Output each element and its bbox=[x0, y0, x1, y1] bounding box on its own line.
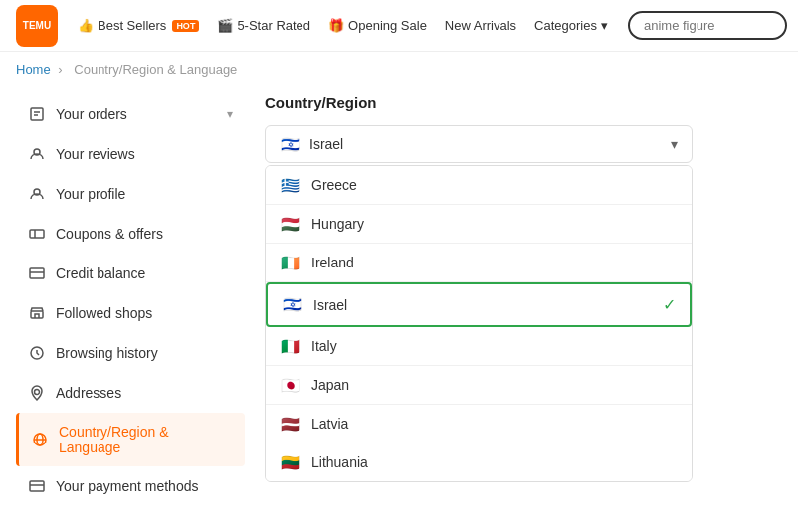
svg-rect-0 bbox=[31, 108, 43, 120]
sidebar-label: Country/Region & Language bbox=[59, 424, 233, 455]
categories-chevron-icon: ▾ bbox=[601, 18, 608, 33]
country-flag: 🇮🇱 bbox=[282, 297, 303, 313]
coupons-icon bbox=[28, 225, 46, 243]
country-name-label: Greece bbox=[311, 177, 357, 193]
star-icon: 🎬 bbox=[217, 18, 233, 33]
sidebar-item-your-orders[interactable]: Your orders ▾ bbox=[16, 94, 245, 134]
chevron-down-icon: ▾ bbox=[227, 107, 233, 121]
dropdown-option[interactable]: 🇬🇷Greece bbox=[266, 166, 692, 205]
sale-icon: 🎁 bbox=[328, 18, 344, 33]
payment-icon bbox=[28, 477, 46, 495]
sidebar-item-credit[interactable]: Credit balance bbox=[16, 254, 245, 293]
main-layout: Your orders ▾ Your reviews Your profile … bbox=[0, 87, 798, 506]
section-title: Country/Region bbox=[265, 94, 782, 111]
nav-links: 👍 Best Sellers HOT 🎬 5-Star Rated 🎁 Open… bbox=[78, 18, 608, 33]
country-name-label: Israel bbox=[313, 297, 347, 313]
country-flag: 🇮🇪 bbox=[280, 255, 301, 270]
hot-badge: HOT bbox=[172, 20, 199, 32]
sidebar-label: Your orders bbox=[56, 106, 127, 122]
sidebar-item-country-region[interactable]: Country/Region & Language bbox=[16, 413, 245, 466]
sidebar-item-your-reviews[interactable]: Your reviews bbox=[16, 134, 245, 174]
country-dropdown-container: 🇮🇱 Israel ▾ 🇬🇷Greece🇭🇺Hungary🇮🇪Ireland🇮🇱… bbox=[265, 125, 693, 482]
country-flag: 🇬🇷 bbox=[280, 177, 301, 193]
logo[interactable]: TEMU bbox=[16, 5, 58, 47]
country-name-label: Latvia bbox=[311, 416, 348, 432]
breadcrumb-separator: › bbox=[58, 62, 62, 77]
globe-icon bbox=[31, 431, 49, 448]
nav-best-sellers[interactable]: 👍 Best Sellers HOT bbox=[78, 18, 199, 33]
sidebar-label: Browsing history bbox=[56, 345, 158, 361]
sidebar-label: Your payment methods bbox=[56, 478, 198, 494]
dropdown-option[interactable]: 🇮🇱Israel✓ bbox=[266, 282, 692, 327]
country-flag: 🇯🇵 bbox=[280, 377, 301, 393]
sidebar-label: Coupons & offers bbox=[56, 226, 163, 242]
dropdown-option[interactable]: 🇯🇵Japan bbox=[266, 366, 692, 405]
svg-rect-5 bbox=[30, 230, 44, 238]
country-flag: 🇱🇹 bbox=[280, 454, 301, 470]
country-name-label: Japan bbox=[311, 377, 349, 393]
content-area: Country/Region 🇮🇱 Israel ▾ 🇬🇷Greece🇭🇺Hun… bbox=[265, 87, 782, 506]
country-name-label: Lithuania bbox=[311, 454, 368, 470]
sidebar: Your orders ▾ Your reviews Your profile … bbox=[16, 87, 245, 506]
history-icon bbox=[28, 344, 46, 362]
credit-icon bbox=[28, 265, 46, 282]
selected-country-name: Israel bbox=[309, 136, 343, 152]
breadcrumb-current: Country/Region & Language bbox=[74, 62, 237, 77]
country-flag: 🇱🇻 bbox=[280, 416, 301, 432]
orders-icon bbox=[28, 105, 46, 123]
country-flag: 🇮🇹 bbox=[280, 338, 301, 354]
selected-flag: 🇮🇱 bbox=[280, 136, 301, 152]
sidebar-item-addresses[interactable]: Addresses bbox=[16, 373, 245, 413]
nav-categories[interactable]: Categories ▾ bbox=[534, 18, 608, 33]
nav-new-arrivals[interactable]: New Arrivals bbox=[445, 18, 516, 33]
sidebar-label: Addresses bbox=[56, 385, 121, 401]
profile-icon bbox=[28, 185, 46, 203]
dropdown-list: 🇬🇷Greece🇭🇺Hungary🇮🇪Ireland🇮🇱Israel✓🇮🇹Ita… bbox=[265, 165, 693, 482]
dropdown-option[interactable]: 🇮🇪Ireland bbox=[266, 244, 692, 282]
dropdown-selected[interactable]: 🇮🇱 Israel ▾ bbox=[265, 125, 693, 163]
sidebar-item-your-profile[interactable]: Your profile bbox=[16, 174, 245, 214]
shops-icon bbox=[28, 304, 46, 322]
dropdown-option[interactable]: 🇭🇺Hungary bbox=[266, 205, 692, 244]
sidebar-label: Your reviews bbox=[56, 146, 135, 162]
nav-opening-sale[interactable]: 🎁 Opening Sale bbox=[328, 18, 427, 33]
header: TEMU 👍 Best Sellers HOT 🎬 5-Star Rated 🎁… bbox=[0, 0, 798, 52]
thumb-icon: 👍 bbox=[78, 18, 94, 33]
reviews-icon bbox=[28, 145, 46, 163]
search-input[interactable] bbox=[628, 11, 787, 40]
dropdown-option[interactable]: 🇱🇹Lithuania bbox=[266, 443, 692, 481]
dropdown-option[interactable]: 🇮🇹Italy bbox=[266, 327, 692, 366]
nav-5star[interactable]: 🎬 5-Star Rated bbox=[217, 18, 310, 33]
sidebar-item-payment[interactable]: Your payment methods bbox=[16, 466, 245, 506]
address-icon bbox=[28, 384, 46, 402]
check-icon: ✓ bbox=[663, 295, 676, 314]
sidebar-item-coupons[interactable]: Coupons & offers bbox=[16, 214, 245, 254]
svg-point-11 bbox=[35, 390, 40, 395]
country-flag: 🇭🇺 bbox=[280, 216, 301, 232]
breadcrumb: Home › Country/Region & Language bbox=[0, 52, 798, 87]
svg-rect-15 bbox=[30, 481, 44, 491]
svg-rect-7 bbox=[30, 268, 44, 278]
dropdown-chevron-icon: ▾ bbox=[671, 136, 678, 152]
sidebar-label: Your profile bbox=[56, 186, 125, 202]
sidebar-item-followed-shops[interactable]: Followed shops bbox=[16, 293, 245, 333]
dropdown-option[interactable]: 🇱🇻Latvia bbox=[266, 405, 692, 443]
sidebar-label: Credit balance bbox=[56, 266, 145, 281]
country-name-label: Ireland bbox=[311, 255, 354, 270]
country-name-label: Italy bbox=[311, 338, 337, 354]
sidebar-label: Followed shops bbox=[56, 305, 152, 321]
sidebar-item-browsing-history[interactable]: Browsing history bbox=[16, 333, 245, 373]
country-name-label: Hungary bbox=[311, 216, 364, 232]
breadcrumb-home[interactable]: Home bbox=[16, 62, 51, 77]
